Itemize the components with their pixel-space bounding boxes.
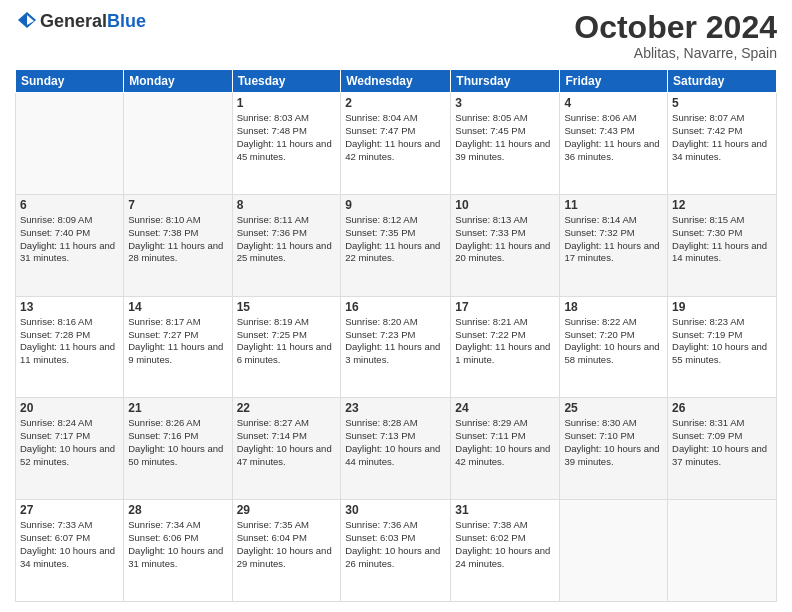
day-number: 25 [564,401,663,415]
calendar-cell: 31Sunrise: 7:38 AMSunset: 6:02 PMDayligh… [451,500,560,602]
day-number: 5 [672,96,772,110]
day-detail: Sunrise: 8:29 AMSunset: 7:11 PMDaylight:… [455,417,555,468]
day-number: 4 [564,96,663,110]
day-number: 20 [20,401,119,415]
day-detail: Sunrise: 8:23 AMSunset: 7:19 PMDaylight:… [672,316,772,367]
calendar-week-5: 27Sunrise: 7:33 AMSunset: 6:07 PMDayligh… [16,500,777,602]
day-number: 22 [237,401,337,415]
calendar-cell: 27Sunrise: 7:33 AMSunset: 6:07 PMDayligh… [16,500,124,602]
calendar-cell: 8Sunrise: 8:11 AMSunset: 7:36 PMDaylight… [232,194,341,296]
calendar-cell: 5Sunrise: 8:07 AMSunset: 7:42 PMDaylight… [668,93,777,195]
day-number: 14 [128,300,227,314]
page: GeneralBlue October 2024 Ablitas, Navarr… [0,0,792,612]
calendar-cell: 28Sunrise: 7:34 AMSunset: 6:06 PMDayligh… [124,500,232,602]
logo: GeneralBlue [15,10,146,32]
day-number: 10 [455,198,555,212]
day-detail: Sunrise: 8:31 AMSunset: 7:09 PMDaylight:… [672,417,772,468]
day-detail: Sunrise: 7:38 AMSunset: 6:02 PMDaylight:… [455,519,555,570]
calendar-cell: 3Sunrise: 8:05 AMSunset: 7:45 PMDaylight… [451,93,560,195]
day-detail: Sunrise: 8:17 AMSunset: 7:27 PMDaylight:… [128,316,227,367]
calendar-cell: 19Sunrise: 8:23 AMSunset: 7:19 PMDayligh… [668,296,777,398]
day-detail: Sunrise: 8:20 AMSunset: 7:23 PMDaylight:… [345,316,446,367]
day-number: 17 [455,300,555,314]
calendar-cell [124,93,232,195]
logo-icon [16,10,38,32]
calendar-cell: 25Sunrise: 8:30 AMSunset: 7:10 PMDayligh… [560,398,668,500]
calendar-cell: 21Sunrise: 8:26 AMSunset: 7:16 PMDayligh… [124,398,232,500]
calendar-cell: 6Sunrise: 8:09 AMSunset: 7:40 PMDaylight… [16,194,124,296]
day-number: 7 [128,198,227,212]
day-detail: Sunrise: 8:30 AMSunset: 7:10 PMDaylight:… [564,417,663,468]
calendar-cell: 2Sunrise: 8:04 AMSunset: 7:47 PMDaylight… [341,93,451,195]
day-number: 13 [20,300,119,314]
calendar-cell: 18Sunrise: 8:22 AMSunset: 7:20 PMDayligh… [560,296,668,398]
logo-general-text: General [40,11,107,31]
day-number: 16 [345,300,446,314]
day-detail: Sunrise: 7:35 AMSunset: 6:04 PMDaylight:… [237,519,337,570]
day-detail: Sunrise: 8:14 AMSunset: 7:32 PMDaylight:… [564,214,663,265]
calendar: SundayMondayTuesdayWednesdayThursdayFrid… [15,69,777,602]
calendar-cell: 10Sunrise: 8:13 AMSunset: 7:33 PMDayligh… [451,194,560,296]
calendar-cell: 1Sunrise: 8:03 AMSunset: 7:48 PMDaylight… [232,93,341,195]
calendar-cell: 13Sunrise: 8:16 AMSunset: 7:28 PMDayligh… [16,296,124,398]
calendar-cell: 14Sunrise: 8:17 AMSunset: 7:27 PMDayligh… [124,296,232,398]
day-number: 15 [237,300,337,314]
day-number: 31 [455,503,555,517]
calendar-cell: 30Sunrise: 7:36 AMSunset: 6:03 PMDayligh… [341,500,451,602]
day-detail: Sunrise: 8:15 AMSunset: 7:30 PMDaylight:… [672,214,772,265]
day-detail: Sunrise: 8:03 AMSunset: 7:48 PMDaylight:… [237,112,337,163]
calendar-cell: 9Sunrise: 8:12 AMSunset: 7:35 PMDaylight… [341,194,451,296]
day-detail: Sunrise: 8:05 AMSunset: 7:45 PMDaylight:… [455,112,555,163]
day-detail: Sunrise: 7:34 AMSunset: 6:06 PMDaylight:… [128,519,227,570]
day-number: 8 [237,198,337,212]
title-block: October 2024 Ablitas, Navarre, Spain [574,10,777,61]
day-number: 26 [672,401,772,415]
logo-blue-text: Blue [107,11,146,31]
day-number: 6 [20,198,119,212]
day-detail: Sunrise: 8:06 AMSunset: 7:43 PMDaylight:… [564,112,663,163]
day-number: 9 [345,198,446,212]
calendar-week-1: 1Sunrise: 8:03 AMSunset: 7:48 PMDaylight… [16,93,777,195]
day-detail: Sunrise: 8:19 AMSunset: 7:25 PMDaylight:… [237,316,337,367]
day-detail: Sunrise: 7:33 AMSunset: 6:07 PMDaylight:… [20,519,119,570]
header: GeneralBlue October 2024 Ablitas, Navarr… [15,10,777,61]
calendar-cell: 15Sunrise: 8:19 AMSunset: 7:25 PMDayligh… [232,296,341,398]
day-number: 30 [345,503,446,517]
day-detail: Sunrise: 8:11 AMSunset: 7:36 PMDaylight:… [237,214,337,265]
day-detail: Sunrise: 8:26 AMSunset: 7:16 PMDaylight:… [128,417,227,468]
day-detail: Sunrise: 8:07 AMSunset: 7:42 PMDaylight:… [672,112,772,163]
day-detail: Sunrise: 7:36 AMSunset: 6:03 PMDaylight:… [345,519,446,570]
calendar-cell: 29Sunrise: 7:35 AMSunset: 6:04 PMDayligh… [232,500,341,602]
weekday-header-thursday: Thursday [451,70,560,93]
location: Ablitas, Navarre, Spain [574,45,777,61]
day-detail: Sunrise: 8:16 AMSunset: 7:28 PMDaylight:… [20,316,119,367]
calendar-week-4: 20Sunrise: 8:24 AMSunset: 7:17 PMDayligh… [16,398,777,500]
calendar-cell: 16Sunrise: 8:20 AMSunset: 7:23 PMDayligh… [341,296,451,398]
day-detail: Sunrise: 8:09 AMSunset: 7:40 PMDaylight:… [20,214,119,265]
calendar-cell: 24Sunrise: 8:29 AMSunset: 7:11 PMDayligh… [451,398,560,500]
month-title: October 2024 [574,10,777,45]
day-number: 2 [345,96,446,110]
calendar-cell: 26Sunrise: 8:31 AMSunset: 7:09 PMDayligh… [668,398,777,500]
day-number: 3 [455,96,555,110]
day-number: 27 [20,503,119,517]
day-detail: Sunrise: 8:12 AMSunset: 7:35 PMDaylight:… [345,214,446,265]
day-number: 21 [128,401,227,415]
day-number: 1 [237,96,337,110]
weekday-header-friday: Friday [560,70,668,93]
day-detail: Sunrise: 8:28 AMSunset: 7:13 PMDaylight:… [345,417,446,468]
calendar-cell [16,93,124,195]
day-number: 12 [672,198,772,212]
calendar-week-3: 13Sunrise: 8:16 AMSunset: 7:28 PMDayligh… [16,296,777,398]
weekday-header-tuesday: Tuesday [232,70,341,93]
calendar-cell [668,500,777,602]
calendar-cell: 17Sunrise: 8:21 AMSunset: 7:22 PMDayligh… [451,296,560,398]
day-detail: Sunrise: 8:10 AMSunset: 7:38 PMDaylight:… [128,214,227,265]
day-number: 29 [237,503,337,517]
calendar-cell: 7Sunrise: 8:10 AMSunset: 7:38 PMDaylight… [124,194,232,296]
calendar-week-2: 6Sunrise: 8:09 AMSunset: 7:40 PMDaylight… [16,194,777,296]
weekday-header-monday: Monday [124,70,232,93]
day-detail: Sunrise: 8:13 AMSunset: 7:33 PMDaylight:… [455,214,555,265]
day-number: 24 [455,401,555,415]
calendar-cell: 11Sunrise: 8:14 AMSunset: 7:32 PMDayligh… [560,194,668,296]
